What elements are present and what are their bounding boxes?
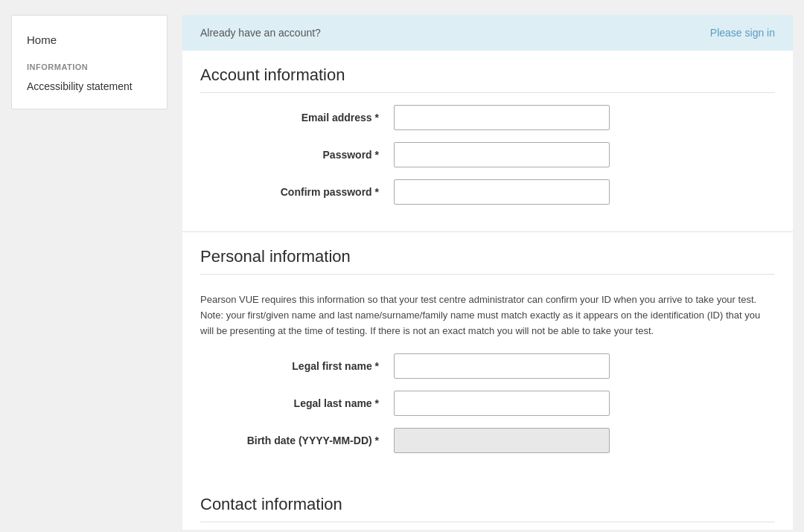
signin-link[interactable]: Please sign in bbox=[710, 27, 775, 39]
sidebar-section-information: INFORMATION bbox=[12, 55, 167, 76]
birth-date-input bbox=[394, 428, 610, 453]
contact-information-section: Contact information bbox=[182, 480, 793, 530]
legal-last-name-input[interactable] bbox=[394, 391, 610, 416]
birth-date-label: Birth date (YYYY-MM-DD) * bbox=[200, 435, 394, 446]
confirm-password-label: Confirm password * bbox=[200, 186, 394, 198]
personal-section-title: Personal information bbox=[200, 247, 775, 275]
account-information-section: Account information Email address * Pass… bbox=[182, 51, 793, 232]
sidebar-item-accessibility[interactable]: Accessibility statement bbox=[12, 76, 167, 97]
contact-section-title: Contact information bbox=[200, 495, 775, 522]
legal-last-name-row: Legal last name * bbox=[200, 391, 775, 416]
legal-first-name-label: Legal first name * bbox=[200, 360, 394, 372]
main-content: Already have an account? Please sign in … bbox=[182, 15, 793, 530]
signin-banner-text: Already have an account? bbox=[200, 27, 321, 39]
email-label: Email address * bbox=[200, 112, 394, 124]
birth-date-row: Birth date (YYYY-MM-DD) * bbox=[200, 428, 775, 453]
password-row: Password * bbox=[200, 142, 775, 167]
signin-banner: Already have an account? Please sign in bbox=[182, 15, 793, 51]
sidebar: Home INFORMATION Accessibility statement bbox=[11, 15, 168, 109]
personal-description: Pearson VUE requires this information so… bbox=[200, 292, 775, 339]
email-input[interactable] bbox=[394, 105, 610, 130]
legal-first-name-row: Legal first name * bbox=[200, 353, 775, 379]
legal-first-name-input[interactable] bbox=[394, 353, 610, 379]
email-row: Email address * bbox=[200, 105, 775, 130]
confirm-password-input[interactable] bbox=[394, 179, 610, 205]
account-section-title: Account information bbox=[200, 65, 775, 93]
sidebar-item-home[interactable]: Home bbox=[12, 28, 167, 55]
legal-last-name-label: Legal last name * bbox=[200, 397, 394, 409]
password-label: Password * bbox=[200, 149, 394, 161]
confirm-password-row: Confirm password * bbox=[200, 179, 775, 205]
personal-information-section: Personal information Pearson VUE require… bbox=[182, 232, 793, 480]
password-input[interactable] bbox=[394, 142, 610, 167]
